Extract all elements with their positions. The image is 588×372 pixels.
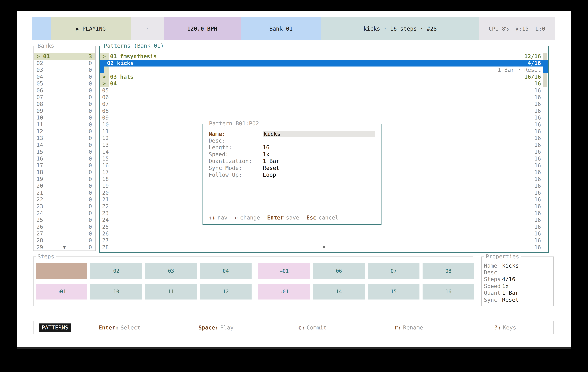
- pattern-row-01 fmsynthesis[interactable]: >01 fmsynthesis12/16: [100, 53, 548, 60]
- pattern-row-08[interactable]: 0816: [100, 107, 548, 114]
- step-cell-3[interactable]: 03: [145, 263, 197, 279]
- modal-field-label: Length:: [209, 144, 263, 151]
- step-cell-6[interactable]: 06: [313, 263, 365, 279]
- pattern-sync-summary: 1 Bar · Reset: [498, 67, 541, 73]
- properties-panel: Properties NamekicksDesc-Steps4/16Speed1…: [481, 257, 554, 306]
- modal-field-speed[interactable]: Speed:1x: [209, 151, 375, 158]
- bank-row-27[interactable]: 270: [34, 230, 95, 237]
- property-value: 1x: [502, 283, 509, 289]
- bank-row-16[interactable]: 160: [34, 155, 95, 162]
- step-cell-5[interactable]: →01: [258, 263, 310, 279]
- bank-row-07[interactable]: 070: [34, 94, 95, 101]
- bank-row-04[interactable]: 040: [34, 73, 95, 80]
- pattern-row-03 hats[interactable]: >03 hats16/16: [100, 73, 548, 80]
- pattern-row-09[interactable]: 0916: [100, 114, 548, 121]
- bank-row-11[interactable]: 110: [34, 121, 95, 128]
- pattern-row-label: 23: [102, 210, 109, 216]
- step-cell-1[interactable]: [36, 263, 87, 279]
- bank-row-18[interactable]: 180: [34, 169, 95, 176]
- bank-row-label: 25: [36, 217, 43, 223]
- step-cell-12[interactable]: 12: [200, 284, 252, 300]
- step-cell-8[interactable]: 08: [422, 263, 474, 279]
- bank-pattern-count: 0: [89, 121, 92, 128]
- bank-row-19[interactable]: 190: [34, 176, 95, 182]
- bank-display: Bank 01: [241, 17, 321, 40]
- bank-row-label: 06: [36, 87, 43, 93]
- pattern-step-count: 4/16: [528, 60, 541, 66]
- step-cell-9[interactable]: →01: [36, 284, 87, 300]
- modal-field-length[interactable]: Length:16: [209, 144, 375, 151]
- pattern-row-27[interactable]: 2716: [100, 237, 548, 244]
- pattern-row-label: 20: [102, 190, 109, 196]
- pattern-row-label: 10: [102, 121, 109, 128]
- step-cell-2[interactable]: 02: [90, 263, 142, 279]
- modal-field-name[interactable]: Name:kicks: [209, 131, 375, 137]
- pattern-step-count: 16: [534, 101, 541, 107]
- bank-row-12[interactable]: 120: [34, 128, 95, 135]
- pattern-row-label: 27: [102, 237, 109, 243]
- step-cell-11[interactable]: 11: [145, 284, 197, 300]
- property-quant: Quant1 Bar: [484, 290, 551, 296]
- step-cell-10[interactable]: 10: [90, 284, 142, 300]
- step-cell-14[interactable]: 14: [313, 284, 365, 300]
- bank-row-label: 24: [36, 210, 43, 216]
- pattern-step-count: 16: [534, 217, 541, 223]
- status-hint-play: Space:Play: [168, 324, 264, 331]
- step-cell-15[interactable]: 15: [368, 284, 420, 300]
- bank-row-10[interactable]: 100: [34, 114, 95, 121]
- pattern-row-28[interactable]: 2816▼: [100, 244, 548, 251]
- modal-field-quantization[interactable]: Quantization:1 Bar: [209, 158, 375, 164]
- bank-row-label: 02: [36, 60, 43, 66]
- bank-row-17[interactable]: 170: [34, 162, 95, 169]
- bank-row-06[interactable]: 060: [34, 87, 95, 94]
- bank-row-14[interactable]: 140: [34, 141, 95, 148]
- pattern-row-label: 25: [102, 224, 109, 230]
- bank-row-13[interactable]: 130: [34, 135, 95, 141]
- pattern-row-label: 22: [102, 203, 109, 209]
- bank-row-26[interactable]: 260: [34, 223, 95, 230]
- step-cell-7[interactable]: 07: [368, 263, 420, 279]
- bank-row-09[interactable]: 090: [34, 107, 95, 114]
- bank-row-24[interactable]: 240: [34, 210, 95, 216]
- pattern-row-06[interactable]: 0616: [100, 94, 548, 101]
- bank-pattern-count: 0: [89, 176, 92, 182]
- pattern-row-02 kicks[interactable]: 02 kicks4/16: [100, 60, 548, 66]
- screen-bezel-line: [17, 347, 571, 349]
- bank-row-15[interactable]: 150: [34, 148, 95, 155]
- bank-row-22[interactable]: 220: [34, 196, 95, 203]
- step-cell-16[interactable]: 16: [422, 284, 474, 300]
- pattern-step-count: 16/16: [524, 74, 541, 80]
- pattern-row-sub[interactable]: 1 Bar · Reset: [100, 67, 548, 73]
- bank-row-01[interactable]: > 013: [34, 53, 95, 60]
- bank-row-28[interactable]: 280: [34, 237, 95, 244]
- name-input[interactable]: kicks: [263, 131, 375, 137]
- bpm-display: 120.0 BPM: [164, 17, 241, 40]
- pattern-row-07[interactable]: 0716: [100, 101, 548, 107]
- modal-field-syncmode[interactable]: Sync Mode:Reset: [209, 164, 375, 171]
- steps-panel: Steps 020304→01060708 →01101112→01141516: [33, 257, 473, 306]
- pattern-row-04[interactable]: >0416: [100, 80, 548, 87]
- bank-row-03[interactable]: 030: [34, 67, 95, 73]
- banks-panel: Banks > 01302003004005006007008009010011…: [33, 46, 96, 251]
- patterns-more-indicator: ▼: [100, 244, 548, 250]
- step-cell-4[interactable]: 04: [200, 263, 252, 279]
- pattern-row-05[interactable]: 0516: [100, 87, 548, 94]
- bank-row-05[interactable]: 050: [34, 80, 95, 87]
- bank-pattern-count: 0: [89, 224, 92, 230]
- bank-row-23[interactable]: 230: [34, 203, 95, 210]
- pattern-row-26[interactable]: 2616: [100, 230, 548, 237]
- bank-row-25[interactable]: 250: [34, 217, 95, 223]
- topbar-led-segment: [32, 17, 51, 40]
- pattern-step-count: 16: [534, 210, 541, 216]
- step-cell-13[interactable]: →01: [258, 284, 310, 300]
- bank-row-08[interactable]: 080: [34, 101, 95, 107]
- property-value: 1 Bar: [502, 290, 519, 296]
- modal-field-followup[interactable]: Follow Up:Loop: [209, 171, 375, 178]
- bank-row-29[interactable]: 290▼: [34, 244, 95, 250]
- bank-row-21[interactable]: 210: [34, 189, 95, 196]
- step-cell-label: 04: [223, 268, 229, 274]
- bank-row-02[interactable]: 020: [34, 60, 95, 66]
- bank-row-20[interactable]: 200: [34, 182, 95, 189]
- modal-field-desc[interactable]: Desc:: [209, 137, 375, 144]
- status-hint-label: Keys: [503, 324, 516, 331]
